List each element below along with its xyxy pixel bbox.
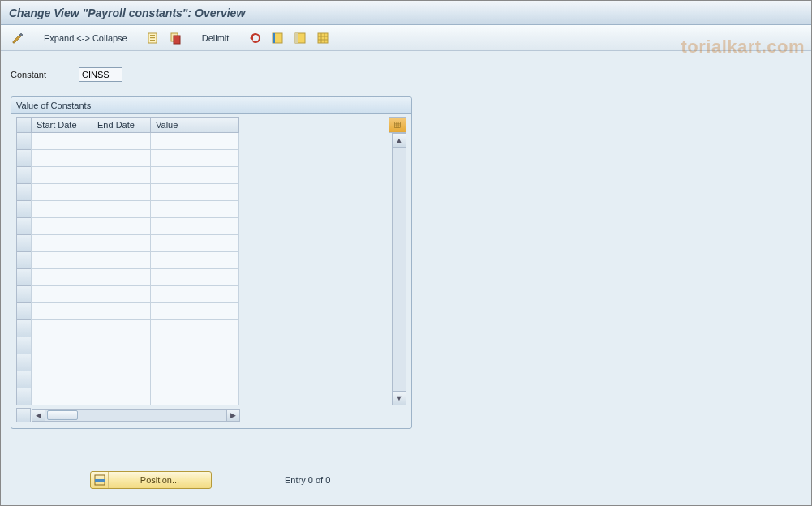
table-row[interactable] — [16, 235, 239, 252]
vertical-scrollbar[interactable]: ▲ ▼ — [392, 133, 406, 405]
cell-start-date[interactable] — [31, 133, 92, 150]
cell-value[interactable] — [150, 201, 239, 218]
cell-end-date[interactable] — [92, 388, 150, 405]
row-selector[interactable] — [16, 133, 31, 150]
cell-end-date[interactable] — [92, 133, 150, 150]
row-selector[interactable] — [16, 320, 31, 337]
cell-value[interactable] — [150, 252, 239, 269]
cell-start-date[interactable] — [31, 337, 92, 354]
table-row[interactable] — [16, 269, 239, 286]
position-button[interactable]: Position... — [90, 471, 212, 489]
row-selector[interactable] — [16, 303, 31, 320]
cell-value[interactable] — [150, 354, 239, 371]
cell-end-date[interactable] — [92, 286, 150, 303]
table-row[interactable] — [16, 252, 239, 269]
cell-end-date[interactable] — [92, 371, 150, 388]
cell-start-date[interactable] — [31, 303, 92, 320]
table-row[interactable] — [16, 320, 239, 337]
table-row[interactable] — [16, 133, 239, 150]
row-selector[interactable] — [16, 371, 31, 388]
cell-end-date[interactable] — [92, 252, 150, 269]
new-entries-button[interactable] — [143, 29, 164, 47]
table-row[interactable] — [16, 167, 239, 184]
deselect-all-button[interactable] — [290, 29, 311, 47]
table-row[interactable] — [16, 354, 239, 371]
cell-value[interactable] — [150, 303, 239, 320]
hscroll-thumb[interactable] — [47, 410, 78, 420]
row-selector[interactable] — [16, 388, 31, 405]
cell-end-date[interactable] — [92, 235, 150, 252]
cell-start-date[interactable] — [31, 388, 92, 405]
table-row[interactable] — [16, 184, 239, 201]
cell-start-date[interactable] — [31, 167, 92, 184]
cell-value[interactable] — [150, 235, 239, 252]
cell-start-date[interactable] — [31, 218, 92, 235]
cell-end-date[interactable] — [92, 184, 150, 201]
table-row[interactable] — [16, 303, 239, 320]
cell-end-date[interactable] — [92, 269, 150, 286]
hscroll-track[interactable] — [45, 410, 226, 421]
toggle-display-change-button[interactable] — [7, 29, 28, 47]
undo-button[interactable] — [244, 29, 265, 47]
cell-end-date[interactable] — [92, 150, 150, 167]
cell-value[interactable] — [150, 371, 239, 388]
table-row[interactable] — [16, 201, 239, 218]
row-selector[interactable] — [16, 354, 31, 371]
table-row[interactable] — [16, 371, 239, 388]
row-selector[interactable] — [16, 252, 31, 269]
cell-value[interactable] — [150, 337, 239, 354]
cell-value[interactable] — [150, 388, 239, 405]
expand-collapse-button[interactable]: Expand <-> Collapse — [37, 29, 135, 47]
scroll-up-button[interactable]: ▲ — [393, 134, 406, 148]
column-header-end-date[interactable]: End Date — [92, 117, 150, 133]
scroll-down-button[interactable]: ▼ — [393, 391, 406, 405]
column-header-start-date[interactable]: Start Date — [31, 117, 92, 133]
row-selector[interactable] — [16, 337, 31, 354]
cell-value[interactable] — [150, 167, 239, 184]
table-row[interactable] — [16, 286, 239, 303]
cell-start-date[interactable] — [31, 201, 92, 218]
table-row[interactable] — [16, 388, 239, 405]
cell-start-date[interactable] — [31, 354, 92, 371]
scroll-left-button[interactable]: ◀ — [32, 410, 45, 421]
cell-end-date[interactable] — [92, 354, 150, 371]
cell-start-date[interactable] — [31, 371, 92, 388]
table-select-all-cell[interactable] — [16, 117, 31, 133]
cell-end-date[interactable] — [92, 201, 150, 218]
cell-start-date[interactable] — [31, 269, 92, 286]
table-configure-button[interactable] — [389, 117, 406, 133]
row-selector[interactable] — [16, 184, 31, 201]
cell-end-date[interactable] — [92, 303, 150, 320]
cell-start-date[interactable] — [31, 150, 92, 167]
row-selector[interactable] — [16, 269, 31, 286]
select-all-button[interactable] — [267, 29, 288, 47]
cell-start-date[interactable] — [31, 320, 92, 337]
cell-value[interactable] — [150, 218, 239, 235]
cell-start-date[interactable] — [31, 286, 92, 303]
cell-end-date[interactable] — [92, 218, 150, 235]
table-row[interactable] — [16, 218, 239, 235]
copy-as-button[interactable] — [165, 29, 187, 47]
cell-start-date[interactable] — [31, 184, 92, 201]
column-header-value[interactable]: Value — [150, 117, 239, 133]
cell-value[interactable] — [150, 320, 239, 337]
cell-value[interactable] — [150, 150, 239, 167]
row-selector[interactable] — [16, 150, 31, 167]
table-settings-button[interactable] — [312, 29, 333, 47]
cell-start-date[interactable] — [31, 235, 92, 252]
cell-value[interactable] — [150, 269, 239, 286]
horizontal-scrollbar[interactable]: ◀ ▶ — [32, 409, 240, 422]
table-row[interactable] — [16, 337, 239, 354]
row-selector[interactable] — [16, 286, 31, 303]
table-row[interactable] — [16, 150, 239, 167]
cell-value[interactable] — [150, 133, 239, 150]
delimit-button[interactable]: Delimit — [195, 29, 237, 47]
cell-value[interactable] — [150, 184, 239, 201]
cell-end-date[interactable] — [92, 337, 150, 354]
scroll-right-button[interactable]: ▶ — [226, 410, 239, 421]
cell-end-date[interactable] — [92, 320, 150, 337]
row-selector[interactable] — [16, 218, 31, 235]
cell-value[interactable] — [150, 286, 239, 303]
cell-start-date[interactable] — [31, 252, 92, 269]
row-selector[interactable] — [16, 167, 31, 184]
